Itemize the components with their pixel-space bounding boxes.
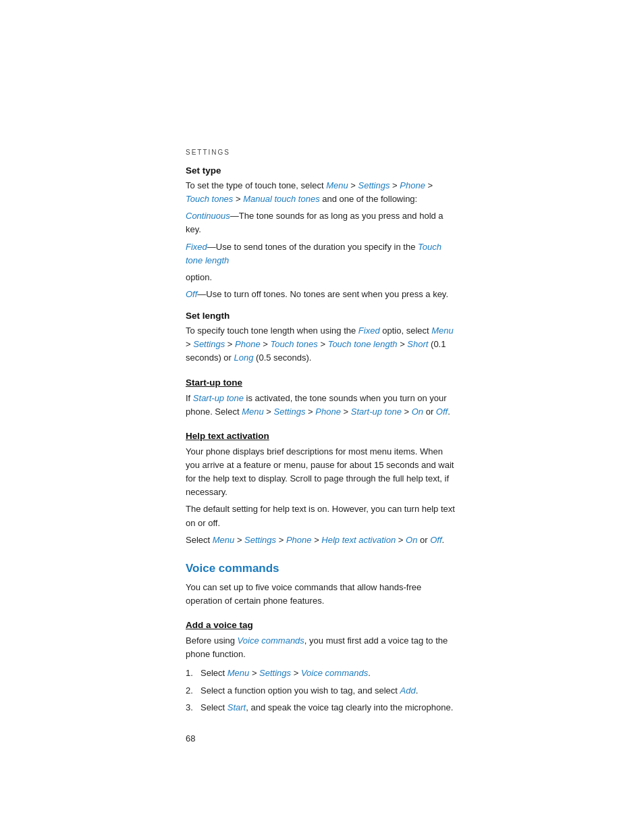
- fixed-option-text: option.: [186, 271, 458, 284]
- link-menu-startup: Menu: [242, 407, 264, 417]
- link-menu-length: Menu: [431, 325, 454, 336]
- link-startup-tone2: Start-up tone: [351, 407, 402, 417]
- link-off-type: Off: [186, 289, 197, 299]
- link-on-help: On: [406, 535, 417, 545]
- link-voice-commands: Voice commands: [238, 635, 304, 646]
- voice-commands-heading: Voice commands: [186, 562, 458, 575]
- help-text-para1: Your phone displays brief descriptions f…: [186, 445, 458, 500]
- help-text-para2: The default setting for help text is on.…: [186, 502, 458, 529]
- link-manual-touch-tones: Manual touch tones: [243, 194, 319, 204]
- fixed-line: Fixed—Use to send tones of the duration …: [186, 240, 458, 267]
- step-1-text: Select Menu > Settings > Voice commands.: [200, 667, 371, 680]
- set-length-para: To specify touch tone length when using …: [186, 324, 458, 365]
- startup-tone-para: If Start-up tone is activated, the tone …: [186, 392, 458, 419]
- step-3-num: 3.: [186, 701, 200, 714]
- set-type-section: Set type To set the type of touch tone, …: [186, 165, 458, 301]
- link-menu-step1: Menu: [227, 668, 250, 678]
- add-voice-tag-para1: Before using Voice commands, you must fi…: [186, 634, 458, 661]
- link-touch-tones: Touch tones: [186, 194, 233, 204]
- page-number: 68: [186, 733, 458, 744]
- add-voice-tag-heading: Add a voice tag: [186, 620, 458, 630]
- link-fixed: Fixed: [186, 242, 207, 252]
- section-label: Settings: [186, 149, 458, 156]
- link-settings-help: Settings: [244, 535, 276, 545]
- link-fixed-length: Fixed: [358, 325, 380, 336]
- startup-tone-heading: Start-up tone: [186, 377, 458, 388]
- link-settings: Settings: [358, 180, 390, 190]
- page-container: Settings Set type To set the type of tou…: [0, 0, 644, 834]
- set-length-heading: Set length: [186, 311, 458, 321]
- step-1: 1. Select Menu > Settings > Voice comman…: [186, 667, 458, 680]
- set-type-para1: To set the type of touch tone, select Me…: [186, 179, 458, 206]
- link-on-startup: On: [412, 407, 423, 417]
- link-phone: Phone: [400, 180, 425, 190]
- step-2-num: 2.: [186, 684, 200, 698]
- link-menu-help: Menu: [213, 535, 235, 545]
- link-startup-tone: Start-up tone: [193, 393, 244, 403]
- link-menu: Menu: [326, 180, 348, 190]
- link-touch-tone-length2: Touch tone length: [328, 339, 398, 349]
- voice-commands-section: Voice commands You can set up to five vo…: [186, 562, 458, 714]
- link-phone-length: Phone: [235, 339, 261, 349]
- continuous-line: Continuous—The tone sounds for as long a…: [186, 209, 458, 236]
- voice-commands-para1: You can set up to five voice commands th…: [186, 581, 458, 608]
- off-line: Off—Use to turn off tones. No tones are …: [186, 288, 458, 301]
- link-long: Long: [234, 353, 254, 363]
- link-voice-commands-step1: Voice commands: [301, 668, 368, 678]
- step-2-text: Select a function option you wish to tag…: [200, 684, 418, 698]
- step-1-num: 1.: [186, 667, 200, 680]
- link-off-help: Off: [430, 535, 441, 545]
- link-add: Add: [400, 685, 416, 696]
- link-short: Short: [407, 339, 428, 349]
- link-help-text-activation: Help text activation: [321, 535, 396, 545]
- link-settings-step1: Settings: [259, 668, 291, 678]
- link-start: Start: [227, 702, 246, 712]
- step-3-text: Select Start, and speak the voice tag cl…: [200, 701, 453, 714]
- link-phone-help: Phone: [286, 535, 312, 545]
- steps-list: 1. Select Menu > Settings > Voice comman…: [186, 667, 458, 714]
- set-length-section: Set length To specify touch tone length …: [186, 311, 458, 365]
- link-settings-length: Settings: [193, 339, 225, 349]
- add-voice-tag-section: Add a voice tag Before using Voice comma…: [186, 620, 458, 714]
- set-type-heading: Set type: [186, 165, 458, 176]
- link-touch-tones-length: Touch tones: [270, 339, 317, 349]
- help-text-heading: Help text activation: [186, 431, 458, 441]
- help-text-section: Help text activation Your phone displays…: [186, 431, 458, 547]
- help-text-para3: Select Menu > Settings > Phone > Help te…: [186, 533, 458, 547]
- link-phone-startup: Phone: [315, 407, 341, 417]
- step-2: 2. Select a function option you wish to …: [186, 684, 458, 698]
- startup-tone-section: Start-up tone If Start-up tone is activa…: [186, 377, 458, 419]
- link-continuous: Continuous: [186, 211, 230, 221]
- link-off-startup: Off: [436, 407, 448, 417]
- step-3: 3. Select Start, and speak the voice tag…: [186, 701, 458, 714]
- link-settings-startup: Settings: [273, 407, 305, 417]
